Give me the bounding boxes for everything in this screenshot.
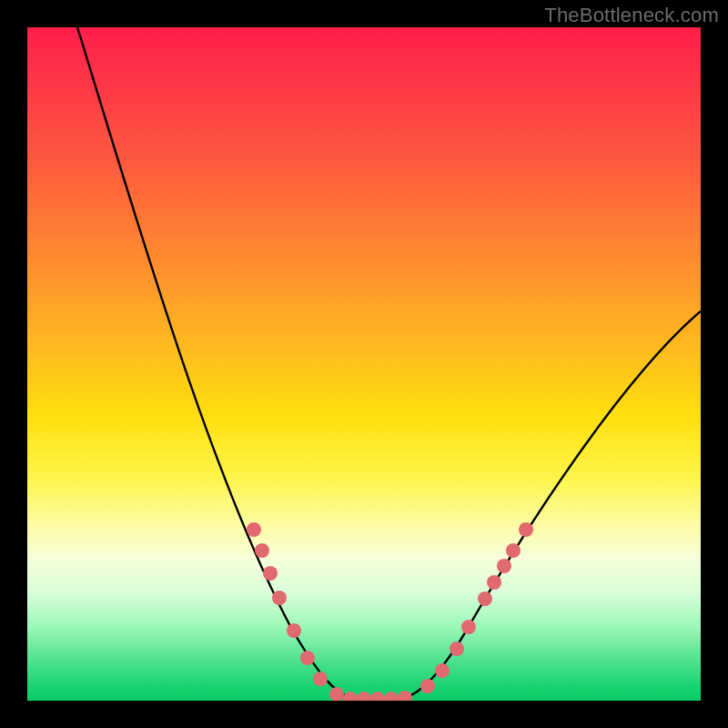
chart-svg bbox=[27, 27, 701, 701]
curve-marker bbox=[357, 692, 371, 701]
curve-marker bbox=[384, 692, 399, 701]
curve-marker bbox=[506, 543, 521, 558]
curve-marker bbox=[343, 692, 358, 701]
curve-marker bbox=[313, 672, 328, 686]
curve-marker bbox=[287, 623, 301, 638]
curve-marker bbox=[487, 575, 501, 590]
curve-marker bbox=[300, 651, 315, 665]
curve-marker bbox=[435, 663, 450, 678]
curve-marker bbox=[247, 522, 261, 537]
curve-marker bbox=[478, 592, 492, 606]
curve-marker bbox=[263, 566, 278, 581]
curve-marker bbox=[272, 591, 287, 605]
curve-marker bbox=[255, 543, 269, 558]
curve-marker bbox=[461, 620, 476, 634]
chart-frame bbox=[27, 27, 701, 701]
bottleneck-curve bbox=[77, 27, 701, 699]
curve-marker bbox=[398, 691, 412, 701]
curve-marker bbox=[497, 559, 511, 573]
curve-marker bbox=[450, 642, 464, 656]
watermark-text: TheBottleneck.com bbox=[544, 4, 719, 27]
curve-marker bbox=[329, 687, 344, 701]
curve-marker bbox=[370, 692, 385, 701]
curve-marker bbox=[420, 679, 435, 693]
marker-group bbox=[247, 522, 533, 701]
curve-marker bbox=[519, 522, 533, 537]
